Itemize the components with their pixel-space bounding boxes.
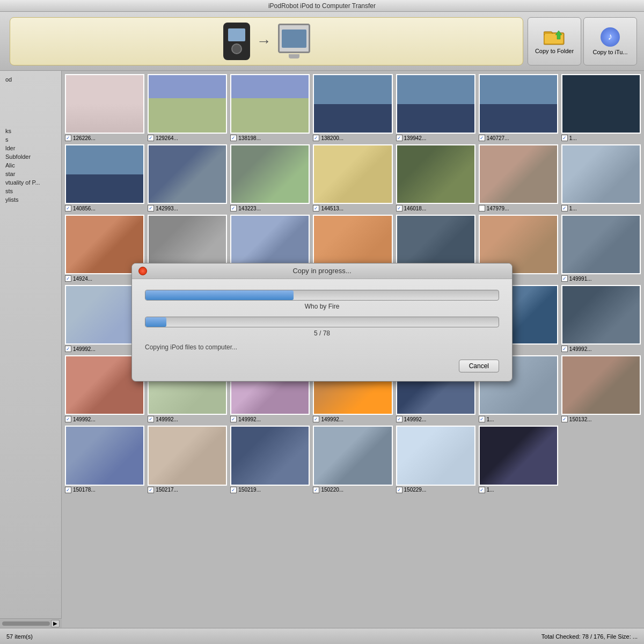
photo-checkbox[interactable]: ✓ [65, 205, 71, 211]
photo-thumbnail [65, 144, 144, 204]
photo-checkbox[interactable] [479, 205, 485, 211]
photo-checkbox[interactable]: ✓ [230, 487, 237, 493]
photo-checkbox[interactable]: ✓ [313, 416, 319, 422]
transfer-icon: → [223, 23, 310, 60]
photo-cell[interactable]: ✓150178... [65, 426, 144, 493]
photo-checkbox[interactable]: ✓ [65, 487, 71, 493]
sidebar-item-ks[interactable]: ks [3, 127, 58, 135]
photo-cell[interactable]: ✓140856... [65, 144, 144, 211]
photo-cell[interactable]: ✓150220... [313, 426, 392, 493]
photo-cell[interactable]: ✓144513... [313, 144, 392, 211]
photo-label: ✓138198... [230, 135, 261, 141]
sidebar-item-sts[interactable]: sts [3, 187, 58, 195]
photo-filename: 149992... [404, 416, 427, 422]
photo-cell[interactable]: ✓150229... [396, 426, 475, 493]
photo-thumbnail [479, 74, 558, 134]
photo-cell[interactable]: ✓150132... [561, 355, 641, 422]
photo-cell[interactable]: ✓149991... [561, 215, 641, 282]
photo-thumbnail [396, 144, 475, 204]
photo-cell[interactable]: ✓138198... [230, 74, 310, 141]
photo-checkbox[interactable]: ✓ [396, 487, 402, 493]
sidebar-item-lder[interactable]: lder [3, 144, 58, 152]
sidebar-item-alic[interactable]: Alic [3, 161, 58, 170]
photo-label: ✓14924... [65, 275, 92, 282]
photo-thumbnail [561, 74, 641, 134]
photo-checkbox[interactable]: ✓ [479, 135, 485, 141]
photo-filename: 150132... [569, 416, 592, 422]
photo-label: ✓1... [479, 487, 494, 493]
dialog-body: Who by Fire 5 / 78 Copying iPod files to… [132, 279, 512, 381]
photo-checkbox[interactable]: ✓ [479, 487, 485, 493]
photo-cell[interactable]: ✓149992... [561, 285, 641, 352]
photo-checkbox[interactable]: ✓ [65, 416, 71, 422]
photo-checkbox[interactable]: ✓ [148, 487, 154, 493]
photo-label: ✓149992... [65, 346, 96, 352]
photo-checkbox[interactable]: ✓ [561, 275, 568, 282]
photo-checkbox[interactable]: ✓ [65, 275, 71, 282]
sidebar-item-vtuality[interactable]: vtuality of P... [3, 178, 58, 187]
photo-thumbnail [396, 426, 475, 485]
sidebar-item-subfolder[interactable]: Subfolder [3, 152, 58, 161]
photo-filename: 138198... [238, 135, 261, 141]
photo-thumbnail [561, 355, 641, 415]
photo-label: ✓143223... [230, 205, 261, 211]
photo-checkbox[interactable]: ✓ [561, 346, 568, 352]
photo-filename: 149992... [73, 346, 96, 352]
photo-cell[interactable]: ✓140727... [479, 74, 558, 141]
photo-checkbox[interactable]: ✓ [396, 205, 402, 211]
sidebar-item-star[interactable]: star [3, 170, 58, 178]
photo-checkbox[interactable]: ✓ [313, 135, 319, 141]
copy-to-itunes-button[interactable]: ♪ Copy to iTu... [583, 17, 637, 65]
photo-checkbox[interactable]: ✓ [148, 135, 154, 141]
photo-cell[interactable]: ✓142993... [148, 144, 227, 211]
scroll-arrow[interactable]: ▶ [51, 620, 60, 627]
photo-checkbox[interactable]: ✓ [313, 205, 319, 211]
photo-cell[interactable]: ✓1... [561, 144, 641, 211]
photo-label: ✓150178... [65, 487, 96, 493]
photo-label: ✓140727... [479, 135, 509, 141]
photo-cell[interactable]: ✓1... [561, 74, 641, 141]
sidebar-item-s[interactable]: s [3, 135, 58, 144]
photo-cell[interactable]: ✓129264... [148, 74, 227, 141]
cancel-button[interactable]: Cancel [459, 360, 499, 372]
photo-cell[interactable]: ✓1... [479, 426, 558, 493]
photo-checkbox[interactable]: ✓ [230, 135, 237, 141]
photo-checkbox[interactable]: ✓ [230, 416, 237, 422]
photo-cell[interactable]: ✓150219... [230, 426, 310, 493]
photo-cell[interactable]: ✓138200... [313, 74, 392, 141]
copy-to-folder-button[interactable]: Copy to Folder [528, 17, 581, 65]
photo-filename: 149991... [569, 276, 592, 282]
photo-checkbox[interactable]: ✓ [479, 416, 485, 422]
photo-thumbnail [148, 74, 227, 134]
photo-thumbnail [230, 74, 310, 134]
photo-checkbox[interactable]: ✓ [148, 416, 154, 422]
sidebar-item-od[interactable]: od [3, 75, 58, 84]
photo-cell[interactable]: ✓139942... [396, 74, 475, 141]
photo-checkbox[interactable]: ✓ [313, 487, 319, 493]
photo-filename: 149992... [73, 416, 96, 422]
dialog-close-button[interactable] [138, 267, 147, 275]
photo-checkbox[interactable]: ✓ [65, 346, 71, 352]
photo-cell[interactable]: ✓126226... [65, 74, 144, 141]
photo-cell[interactable]: 147979... [479, 144, 558, 211]
photo-cell[interactable]: ✓150217... [148, 426, 227, 493]
photo-checkbox[interactable]: ✓ [148, 205, 154, 211]
photo-filename: 144513... [321, 206, 343, 211]
photo-checkbox[interactable]: ✓ [561, 135, 568, 141]
photo-checkbox[interactable]: ✓ [561, 205, 568, 211]
photo-checkbox[interactable]: ✓ [396, 135, 402, 141]
photo-cell[interactable]: ✓146018... [396, 144, 475, 211]
photo-checkbox[interactable]: ✓ [396, 416, 402, 422]
track-label: Who by Fire [145, 303, 499, 310]
photo-label: ✓1... [479, 416, 494, 422]
sidebar-scrollbar[interactable]: ▶ [0, 618, 62, 628]
sidebar-item-ylists[interactable]: ylists [3, 195, 58, 204]
photo-label: ✓129264... [148, 135, 178, 141]
photo-checkbox[interactable]: ✓ [561, 416, 568, 422]
photo-filename: 149992... [156, 416, 178, 422]
photo-cell[interactable]: ✓143223... [230, 144, 310, 211]
photo-checkbox[interactable]: ✓ [65, 135, 71, 141]
overall-progress-bar-fill [145, 317, 166, 327]
photo-label: ✓149992... [561, 346, 592, 352]
photo-checkbox[interactable]: ✓ [230, 205, 237, 211]
